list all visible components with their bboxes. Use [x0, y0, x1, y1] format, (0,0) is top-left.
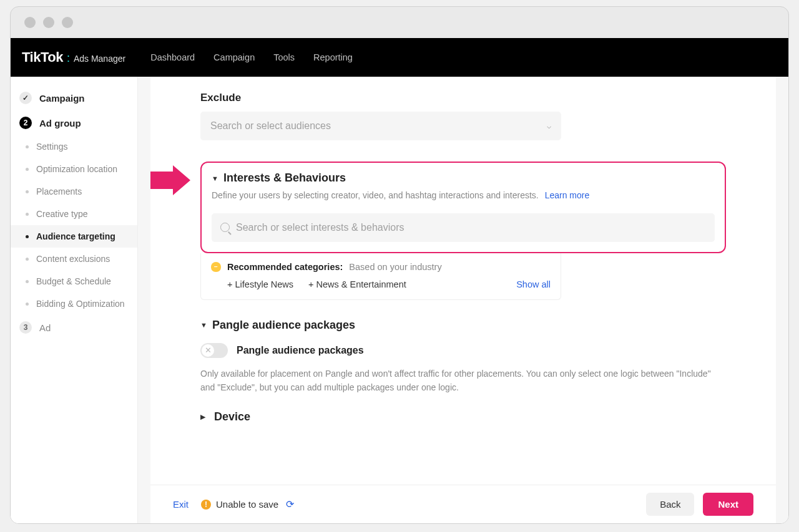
- content-scroll: Exclude Search or select audiences ⌵ ▼ I…: [150, 77, 776, 485]
- sidebar-step-label: Ad: [39, 322, 51, 333]
- show-all-link[interactable]: Show all: [516, 279, 551, 289]
- footer-actions: Back Next: [646, 493, 753, 516]
- device-header[interactable]: ▶ Device: [200, 410, 726, 423]
- pangle-toggle-label: Pangle audience packages: [237, 345, 364, 356]
- interests-description: Define your users by selecting creator, …: [212, 190, 715, 202]
- sidebar-item-audience-targeting[interactable]: Audience targeting: [11, 225, 137, 248]
- sidebar-item-placements[interactable]: Placements: [11, 180, 137, 203]
- bullet-icon: [26, 258, 29, 261]
- next-button[interactable]: Next: [703, 493, 753, 516]
- sidebar-item-label: Bidding & Optimization: [36, 299, 125, 309]
- main-area: Exclude Search or select audiences ⌵ ▼ I…: [138, 77, 788, 523]
- bullet-icon: [26, 302, 29, 306]
- bullet-icon: [26, 280, 29, 283]
- triangle-down-icon: ▼: [200, 321, 207, 329]
- learn-more-link[interactable]: Learn more: [545, 190, 590, 200]
- bullet-icon: [26, 190, 29, 193]
- window-dot: [24, 17, 36, 28]
- footer-bar: Exit ! Unable to save ⟳ Back Next: [150, 485, 776, 523]
- exclude-audience-select[interactable]: Search or select audiences ⌵: [200, 112, 561, 140]
- interests-search-placeholder: Search or select interests & behaviors: [236, 222, 404, 233]
- toggle-knob-icon: ✕: [202, 344, 214, 357]
- sidebar-item-content-exclusions[interactable]: Content exclusions: [11, 248, 137, 270]
- brand-dots-icon: :: [67, 52, 70, 65]
- back-button[interactable]: Back: [646, 493, 694, 516]
- recommended-label: Recommended categories:: [227, 262, 343, 272]
- chip-news-entertainment[interactable]: + News & Entertainment: [308, 279, 406, 289]
- check-icon: ✓: [19, 92, 32, 104]
- recommended-header: − Recommended categories: Based on your …: [211, 262, 551, 272]
- interests-header[interactable]: ▼ Interests & Behaviours: [212, 172, 715, 185]
- bullet-icon: [26, 145, 29, 148]
- sidebar-item-label: Audience targeting: [36, 231, 115, 241]
- device-section: ▶ Device: [200, 410, 726, 423]
- window-dot: [43, 17, 54, 28]
- interests-title: Interests & Behaviours: [223, 172, 346, 185]
- sidebar-step-label: Campaign: [39, 93, 85, 104]
- pangle-toggle-row: ✕ Pangle audience packages: [200, 343, 726, 358]
- nav-campaign[interactable]: Campaign: [213, 52, 255, 62]
- step-number-icon: 2: [19, 117, 32, 129]
- bullet-icon: [26, 168, 29, 171]
- exclude-placeholder: Search or select audiences: [210, 120, 331, 132]
- bullet-icon: [26, 213, 29, 216]
- exit-link[interactable]: Exit: [173, 499, 189, 510]
- refresh-icon[interactable]: ⟳: [286, 498, 294, 510]
- pangle-toggle[interactable]: ✕: [200, 343, 228, 358]
- pangle-description: Only available for placement on Pangle a…: [200, 367, 712, 395]
- bullet-icon: [26, 235, 29, 238]
- app-root: TikTok : Ads Manager Dashboard Campaign …: [11, 38, 788, 523]
- window-titlebar: [11, 7, 788, 38]
- pangle-section: ▼ Pangle audience packages ✕ Pangle audi…: [200, 319, 726, 395]
- save-status-text: Unable to save: [216, 499, 278, 510]
- chip-lifestyle-news[interactable]: + Lifestyle News: [227, 279, 293, 289]
- device-title: Device: [214, 410, 250, 423]
- callout-arrow-icon: [150, 165, 192, 195]
- sidebar-step-adgroup[interactable]: 2 Ad group: [11, 110, 137, 135]
- sidebar-item-creative-type[interactable]: Creative type: [11, 203, 137, 225]
- brand-subtitle: Ads Manager: [74, 54, 125, 64]
- sidebar: ✓ Campaign 2 Ad group Settings Optimizat…: [11, 77, 138, 523]
- warning-icon: !: [201, 500, 211, 510]
- pangle-title: Pangle audience packages: [212, 319, 355, 332]
- sidebar-item-label: Optimization location: [36, 164, 117, 174]
- recommended-chips: + Lifestyle News + News & Entertainment …: [227, 279, 551, 289]
- sidebar-item-label: Creative type: [36, 209, 87, 219]
- sidebar-item-settings[interactable]: Settings: [11, 135, 137, 158]
- sidebar-step-label: Ad group: [39, 118, 81, 128]
- sidebar-item-budget-schedule[interactable]: Budget & Schedule: [11, 270, 137, 293]
- triangle-down-icon: ▼: [212, 175, 218, 182]
- recommended-card: − Recommended categories: Based on your …: [200, 253, 561, 300]
- recommended-subtext: Based on your industry: [349, 262, 441, 272]
- brand: TikTok : Ads Manager: [22, 49, 125, 65]
- pangle-header[interactable]: ▼ Pangle audience packages: [200, 319, 726, 332]
- sidebar-item-optimization-location[interactable]: Optimization location: [11, 158, 137, 180]
- step-number-icon: 3: [19, 321, 32, 334]
- lightbulb-icon: −: [211, 262, 221, 272]
- sidebar-step-campaign[interactable]: ✓ Campaign: [11, 85, 137, 110]
- sidebar-item-bidding-optimization[interactable]: Bidding & Optimization: [11, 293, 137, 315]
- interests-search-input[interactable]: Search or select interests & behaviors: [212, 213, 715, 242]
- app-header: TikTok : Ads Manager Dashboard Campaign …: [11, 38, 788, 77]
- sidebar-step-ad[interactable]: 3 Ad: [11, 315, 137, 340]
- browser-window: TikTok : Ads Manager Dashboard Campaign …: [10, 6, 789, 524]
- top-nav: Dashboard Campaign Tools Reporting: [150, 52, 353, 62]
- exclude-title: Exclude: [200, 92, 726, 104]
- interests-section-highlight: ▼ Interests & Behaviours Define your use…: [200, 162, 726, 253]
- window-dot: [62, 17, 73, 28]
- nav-tools[interactable]: Tools: [273, 52, 295, 62]
- sidebar-item-label: Budget & Schedule: [36, 276, 111, 286]
- chevron-down-icon: ⌵: [547, 122, 551, 130]
- search-icon: [220, 223, 230, 232]
- brand-logo: TikTok: [22, 49, 63, 65]
- sidebar-item-label: Settings: [36, 142, 68, 152]
- triangle-right-icon: ▶: [200, 413, 205, 421]
- sidebar-item-label: Placements: [36, 186, 82, 196]
- nav-reporting[interactable]: Reporting: [313, 52, 353, 62]
- sidebar-item-label: Content exclusions: [36, 254, 110, 264]
- save-status: ! Unable to save ⟳: [201, 498, 294, 510]
- nav-dashboard[interactable]: Dashboard: [150, 52, 195, 62]
